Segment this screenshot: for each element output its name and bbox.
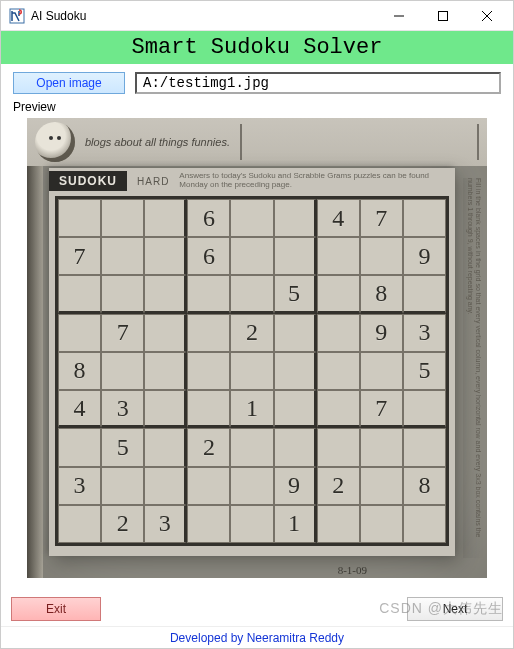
sudoku-cell (317, 428, 360, 466)
sudoku-cell (317, 352, 360, 390)
sudoku-cell (144, 352, 187, 390)
sudoku-cell (187, 505, 230, 543)
sudoku-cell: 2 (101, 505, 144, 543)
sudoku-cell: 3 (101, 390, 144, 428)
sudoku-cell (144, 275, 187, 313)
sudoku-cell: 5 (101, 428, 144, 466)
sudoku-cell: 7 (58, 237, 101, 275)
sudoku-cell (58, 428, 101, 466)
sudoku-instructions: Fill in the blank spaces in the grid so … (463, 178, 485, 558)
sudoku-cell (187, 352, 230, 390)
sudoku-cell (101, 275, 144, 313)
sudoku-cell: 4 (58, 390, 101, 428)
sudoku-cell (58, 314, 101, 352)
sudoku-cell (360, 428, 403, 466)
sudoku-cell (187, 314, 230, 352)
sudoku-cell (187, 275, 230, 313)
sudoku-cell (144, 428, 187, 466)
open-image-label: Open image (36, 76, 101, 90)
sudoku-cell: 9 (403, 237, 446, 275)
sudoku-cell (360, 237, 403, 275)
sudoku-cell (101, 199, 144, 237)
next-button-label: Next (443, 602, 468, 616)
toolbar: Open image (1, 64, 513, 98)
sudoku-cell (317, 275, 360, 313)
sudoku-cell: 3 (58, 467, 101, 505)
sudoku-cell (274, 390, 317, 428)
maximize-icon (438, 11, 448, 21)
sudoku-cell (187, 390, 230, 428)
sudoku-cell (230, 505, 273, 543)
sudoku-cell (317, 505, 360, 543)
preview-label: Preview (1, 98, 513, 118)
sudoku-grid: 647769587293854317523928231 (55, 196, 449, 546)
exit-button-label: Exit (46, 602, 66, 616)
sudoku-cell: 2 (187, 428, 230, 466)
sudoku-cell: 5 (274, 275, 317, 313)
next-button[interactable]: Next (407, 597, 503, 621)
window-close-button[interactable] (465, 1, 509, 30)
sudoku-note: Answers to today's Sudoku and Scrabble G… (179, 172, 455, 190)
sudoku-cell (403, 428, 446, 466)
sudoku-cell (230, 199, 273, 237)
sudoku-cell (403, 199, 446, 237)
newspaper-margin: v 31. (27, 118, 43, 578)
sudoku-cell (101, 352, 144, 390)
sudoku-cell (101, 237, 144, 275)
puzzle-date: 8-1-09 (338, 564, 367, 576)
preview-pane: v 31. blogs about all things funnies. SU… (1, 118, 513, 578)
sudoku-cell (144, 314, 187, 352)
sudoku-cell (274, 199, 317, 237)
comic-panel-lines (240, 124, 479, 160)
sudoku-cell (144, 467, 187, 505)
sudoku-cell (230, 237, 273, 275)
bottom-bar: Exit Next (1, 594, 513, 624)
blog-caption: blogs about all things funnies. (85, 136, 230, 148)
sudoku-cell (274, 314, 317, 352)
close-icon (482, 11, 492, 21)
window-title: AI Sudoku (31, 9, 377, 23)
minimize-icon (394, 11, 404, 21)
sudoku-cell (317, 390, 360, 428)
sudoku-cell (58, 505, 101, 543)
sudoku-cell (144, 237, 187, 275)
window-maximize-button[interactable] (421, 1, 465, 30)
sudoku-cell (230, 428, 273, 466)
open-image-button[interactable]: Open image (13, 72, 125, 94)
sudoku-tag: SUDOKU (49, 171, 127, 191)
sudoku-cell (230, 467, 273, 505)
sudoku-cell: 1 (230, 390, 273, 428)
sudoku-cell: 2 (317, 467, 360, 505)
preview-image: v 31. blogs about all things funnies. SU… (27, 118, 487, 578)
sudoku-cell (360, 352, 403, 390)
sudoku-cell: 7 (360, 390, 403, 428)
sudoku-cell (187, 467, 230, 505)
window-minimize-button[interactable] (377, 1, 421, 30)
image-path-input[interactable] (135, 72, 501, 94)
sudoku-cell: 3 (403, 314, 446, 352)
sudoku-cell (317, 314, 360, 352)
sudoku-cell (144, 390, 187, 428)
sudoku-cell: 8 (360, 275, 403, 313)
app-header-title: Smart Sudoku Solver (132, 35, 383, 60)
sudoku-cell: 9 (360, 314, 403, 352)
sudoku-cell: 7 (360, 199, 403, 237)
credit-line: Developed by Neeramitra Reddy (1, 626, 513, 648)
sudoku-cell (58, 275, 101, 313)
sudoku-cell (274, 237, 317, 275)
sudoku-cell (274, 428, 317, 466)
sudoku-cell: 6 (187, 237, 230, 275)
sudoku-cell: 3 (144, 505, 187, 543)
sudoku-cell (403, 505, 446, 543)
sudoku-cell: 1 (274, 505, 317, 543)
sudoku-cell (230, 352, 273, 390)
app-icon (9, 8, 25, 24)
sudoku-cell: 8 (58, 352, 101, 390)
sudoku-cell (403, 390, 446, 428)
exit-button[interactable]: Exit (11, 597, 101, 621)
sudoku-difficulty: HARD (127, 176, 179, 187)
svg-rect-1 (439, 11, 448, 20)
sudoku-cell: 8 (403, 467, 446, 505)
sudoku-cell: 4 (317, 199, 360, 237)
sudoku-cell (58, 199, 101, 237)
